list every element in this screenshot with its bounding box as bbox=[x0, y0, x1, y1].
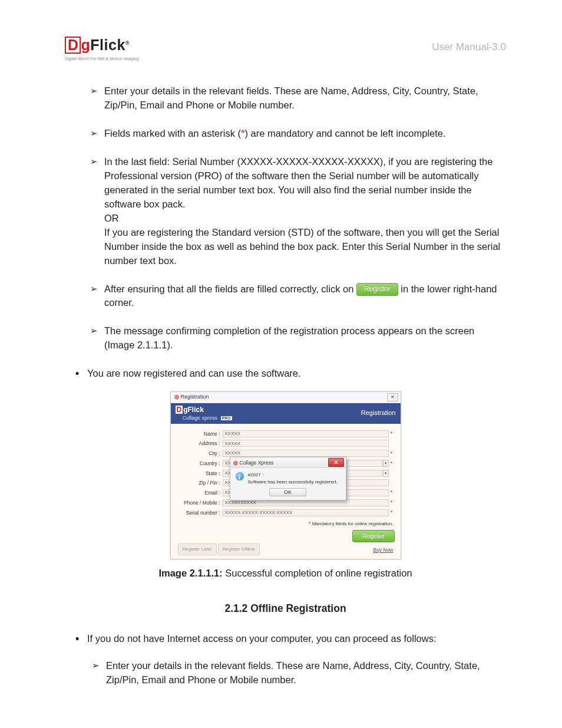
register-offline-button[interactable]: Register Offline bbox=[218, 543, 260, 555]
popup-ok-button[interactable]: OK bbox=[269, 488, 306, 496]
chevron-down-icon[interactable]: ▾ bbox=[383, 470, 389, 477]
logo-wordmark: DgFlick® bbox=[65, 34, 139, 55]
instruction-item: In the last field: Serial Number (XXXXX-… bbox=[91, 155, 506, 268]
offline-arrow-text: Enter your details in the relevant field… bbox=[106, 660, 480, 685]
form-row: Name :XXXXX* bbox=[177, 430, 395, 437]
field-label: Address : bbox=[177, 440, 223, 447]
form-row: Serial number :XXXXX-XXXXX-XXXXX-XXXXX* bbox=[177, 509, 395, 516]
instruction-item: The message confirming completion of the… bbox=[91, 324, 506, 353]
popup-text: Software has been successfully registere… bbox=[248, 479, 338, 486]
register-button-inline: Register bbox=[356, 283, 398, 295]
doc-version-label: User Manual-3.0 bbox=[432, 40, 506, 55]
field-label: Country : bbox=[177, 460, 223, 467]
figure-registration: ◎Registration ✕ DgFlick Collage xpress P… bbox=[65, 391, 506, 580]
offline-intro-item: If you do not have Internet access on yo… bbox=[75, 632, 506, 687]
instruction-or: OR bbox=[104, 213, 119, 223]
caption-label: Image 2.1.1.1: bbox=[158, 568, 222, 578]
close-icon[interactable]: ✕ bbox=[387, 393, 398, 401]
field-label: Name : bbox=[177, 430, 223, 437]
required-asterisk: * bbox=[389, 450, 395, 457]
field-label: City : bbox=[177, 450, 223, 457]
popup-code: #2027 : bbox=[248, 472, 338, 479]
field-label: Phone / Mobile : bbox=[177, 499, 223, 506]
brand-block: DgFlick Collage xpress PRO bbox=[176, 405, 232, 422]
field-input[interactable]: XXXXX-XXXXX-XXXXX-XXXXX bbox=[223, 509, 389, 516]
info-icon: i bbox=[235, 472, 244, 481]
required-asterisk: * bbox=[389, 460, 395, 467]
logo-g: g bbox=[81, 37, 91, 53]
instruction-text: After ensuring that all the fields are f… bbox=[104, 284, 356, 294]
window-title: ◎Registration bbox=[174, 393, 209, 401]
popup-close-icon[interactable]: X bbox=[328, 458, 343, 467]
buy-now-link[interactable]: Buy Now bbox=[373, 546, 393, 554]
window-title-bar: ◎Registration ✕ bbox=[171, 392, 401, 403]
instruction-text: Fields marked with an asterisk ( bbox=[104, 128, 241, 139]
popup-body: i #2027 : Software has been successfully… bbox=[230, 468, 346, 487]
logo-flick: Flick bbox=[90, 37, 125, 53]
logo-tagline: Digital World For Still & Motion Imaging bbox=[65, 56, 139, 62]
field-input[interactable]: XXXXX bbox=[223, 440, 389, 447]
brand-product: Collage xpress PRO bbox=[183, 414, 232, 422]
form-row: City :XXXXX* bbox=[177, 450, 395, 457]
register-button[interactable]: Register bbox=[352, 530, 394, 542]
pro-badge: PRO bbox=[221, 416, 232, 420]
logo-registered: ® bbox=[125, 40, 130, 46]
page-header: DgFlick® Digital World For Still & Motio… bbox=[65, 34, 506, 62]
instruction-text: The message confirming completion of the… bbox=[104, 325, 474, 350]
chevron-down-icon[interactable]: ▾ bbox=[383, 460, 389, 467]
window-brand-bar: DgFlick Collage xpress PRO Registration bbox=[171, 403, 401, 424]
figure-caption: Image 2.1.1.1: Successful completion of … bbox=[65, 566, 506, 581]
done-text: You are now registered and can use the s… bbox=[87, 368, 301, 378]
caption-text: Successful completion of online registra… bbox=[223, 568, 412, 578]
done-item: You are now registered and can use the s… bbox=[75, 367, 506, 381]
instruction-text: ) are mandatory and cannot be left incom… bbox=[244, 128, 445, 139]
field-label: Zip / Pin : bbox=[177, 479, 223, 486]
field-label: Email : bbox=[177, 489, 223, 496]
popup-title-bar: ◎Collage Xpress X bbox=[230, 457, 346, 468]
instruction-item: After ensuring that all the fields are f… bbox=[91, 282, 506, 311]
instruction-text: In the last field: Serial Number (XXXXX-… bbox=[104, 156, 492, 209]
popup-title: ◎Collage Xpress bbox=[233, 459, 274, 466]
required-asterisk: * bbox=[389, 430, 395, 437]
required-asterisk: * bbox=[389, 509, 395, 516]
registration-window: ◎Registration ✕ DgFlick Collage xpress P… bbox=[170, 391, 401, 559]
register-later-button[interactable]: Register Later bbox=[178, 543, 217, 555]
instruction-text: Enter your details in the relevant field… bbox=[104, 85, 478, 110]
instruction-arrows: Enter your details in the relevant field… bbox=[91, 84, 506, 353]
logo: DgFlick® Digital World For Still & Motio… bbox=[65, 34, 139, 62]
offline-arrow-item: Enter your details in the relevant field… bbox=[93, 659, 506, 687]
field-label: Serial number : bbox=[177, 509, 223, 516]
offline-intro-text: If you do not have Internet access on yo… bbox=[87, 633, 437, 644]
brand-logo: DgFlick bbox=[176, 406, 204, 414]
offline-bullets: If you do not have Internet access on yo… bbox=[75, 632, 506, 687]
registration-actions: Register Later Register Offline Buy Now bbox=[177, 543, 395, 556]
instruction-text: If you are registering the Standard vers… bbox=[104, 227, 500, 266]
field-input[interactable]: XXXXX bbox=[223, 450, 389, 457]
brand-right-label: Registration bbox=[361, 409, 396, 418]
field-label: State : bbox=[177, 470, 223, 477]
registration-form: Name :XXXXX*Address :XXXXXCity :XXXXX*Co… bbox=[171, 424, 401, 558]
section-heading: 2.1.2 Offline Registration bbox=[65, 601, 506, 616]
instruction-item: Fields marked with an asterisk (*) are m… bbox=[91, 127, 506, 141]
mandatory-note-text: Mandatory fields for online registration… bbox=[310, 521, 393, 526]
form-row: Address :XXXXX bbox=[177, 440, 395, 447]
required-asterisk: * bbox=[389, 489, 395, 496]
done-bullets: You are now registered and can use the s… bbox=[75, 367, 506, 381]
popup-message: #2027 : Software has been successfully r… bbox=[248, 472, 338, 485]
logo-d: D bbox=[65, 37, 81, 54]
mandatory-note: * Mandatory fields for online registrati… bbox=[177, 520, 394, 528]
success-popup: ◎Collage Xpress X i #2027 : Software has… bbox=[230, 457, 346, 500]
required-asterisk: * bbox=[389, 499, 395, 506]
instruction-item: Enter your details in the relevant field… bbox=[91, 84, 506, 113]
field-input[interactable]: XXXXX bbox=[223, 430, 389, 437]
